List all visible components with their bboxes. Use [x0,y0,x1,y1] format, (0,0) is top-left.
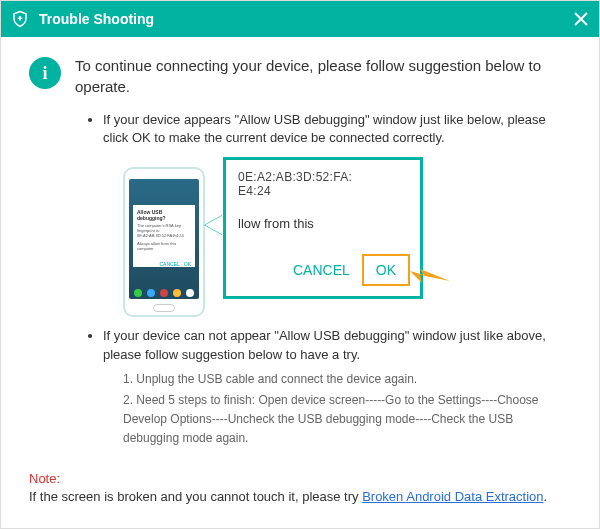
instruction-item-1: If your device appears "Allow USB debugg… [103,111,571,317]
shield-plus-icon [11,10,29,28]
dock-icon [186,289,194,297]
phone-popup-line: 0E:A2:AB:3D:52:FA:E4:24 [137,233,191,238]
note-label: Note: [29,471,60,486]
usb-debugging-popup: 0E:A2:AB:3D:52:FA: E4:24 llow from this … [223,157,423,299]
sub-steps: 1. Unplug the USB cable and connect the … [123,370,571,449]
phone-mockup: Allow USB debugging? The computer's RSA … [123,167,205,317]
heading-text: To continue connecting your device, plea… [75,55,571,97]
step-2: 2. Need 5 steps to finish: Open device s… [123,391,571,449]
phone-popup-title: Allow USB debugging? [137,209,191,221]
instruction-1-text: If your device appears "Allow USB debugg… [103,111,571,147]
arrow-icon [410,261,450,288]
cancel-button[interactable]: CANCEL [289,256,354,284]
instruction-list: If your device appears "Allow USB debugg… [103,111,571,449]
titlebar: Trouble Shooting [1,1,599,37]
popup-mac-2: E4:24 [238,184,408,198]
phone-popup-checkbox: Always allow from this computer [137,241,191,251]
close-icon[interactable] [573,11,589,27]
dock-icon [134,289,142,297]
note-after: . [544,489,548,504]
popup-mac-1: 0E:A2:AB:3D:52:FA: [238,170,408,184]
instruction-2-text: If your device can not appear "Allow USB… [103,327,571,363]
phone-screen: Allow USB debugging? The computer's RSA … [129,179,199,299]
dock-icon [147,289,155,297]
callout-tail [205,215,223,235]
illustration: Allow USB debugging? The computer's RSA … [123,157,423,317]
step-1: 1. Unplug the USB cable and connect the … [123,370,571,389]
troubleshooting-dialog: Trouble Shooting i To continue connectin… [0,0,600,529]
note-text: If the screen is broken and you cannot t… [29,489,362,504]
phone-dock [129,287,199,299]
dialog-body: i To continue connecting your device, pl… [1,37,599,470]
popup-buttons: CANCEL OK [289,254,410,286]
heading-row: i To continue connecting your device, pl… [29,55,571,97]
ok-button[interactable]: OK [362,254,410,286]
phone-home-button [153,304,175,312]
broken-android-link[interactable]: Broken Android Data Extraction [362,489,543,504]
popup-allow-text: llow from this [238,216,408,231]
phone-usb-popup: Allow USB debugging? The computer's RSA … [133,205,195,267]
dialog-title: Trouble Shooting [39,11,573,27]
instruction-item-2: If your device can not appear "Allow USB… [103,327,571,448]
dock-icon [173,289,181,297]
phone-popup-cancel: CANCEL [159,261,179,267]
svg-marker-4 [410,269,450,283]
info-icon: i [29,57,61,89]
dock-icon [160,289,168,297]
note-section: Note: If the screen is broken and you ca… [1,470,599,506]
phone-popup-ok: OK [184,261,191,267]
